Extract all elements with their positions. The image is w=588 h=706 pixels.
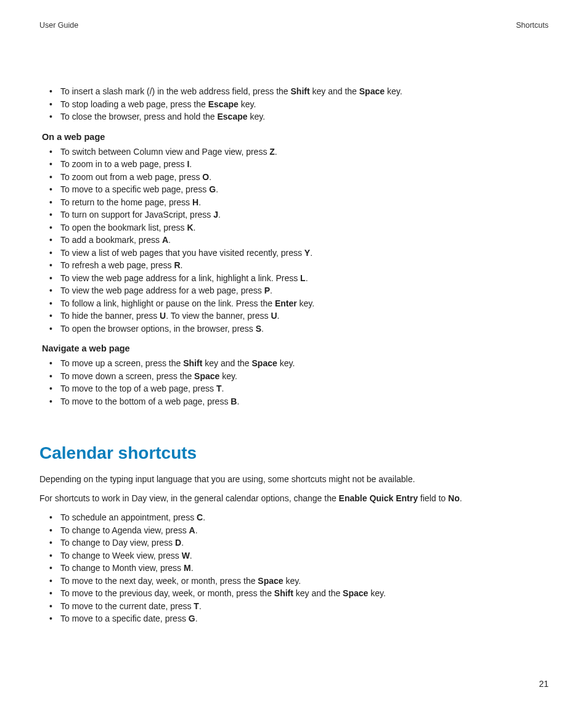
list-item: To switch between Column view and Page v… (60, 146, 549, 158)
list-item: To follow a link, highlight or pause on … (60, 297, 549, 310)
bold-key: Space (258, 576, 283, 586)
list-item: To return to the home page, press H. (60, 196, 549, 209)
list-item: To move up a screen, press the Shift key… (60, 357, 549, 370)
bold-key: K (187, 223, 193, 232)
calendar-para-2: For shortcuts to work in Day view, in th… (39, 492, 549, 505)
list-item: To view the web page address for a web p… (60, 284, 549, 297)
bold-key: C (197, 512, 203, 522)
navigate-list: To move up a screen, press the Shift key… (39, 357, 549, 408)
list-item: To change to Month view, press M. (60, 562, 549, 575)
bold-key: U (160, 311, 166, 321)
page-header: User Guide Shortcuts (39, 21, 549, 30)
bold-key: Enter (275, 298, 297, 308)
bold-key: S (256, 324, 261, 334)
bold-key: M (184, 563, 191, 573)
list-item: To move to the next day, week, or month,… (60, 575, 549, 588)
bold-key: Y (304, 248, 310, 258)
bold-key: No (448, 493, 460, 503)
bold-key: R (174, 260, 180, 270)
bold-key: Shift (274, 588, 293, 598)
bold-key: I (187, 159, 189, 169)
list-item: To move to the previous day, week, or mo… (60, 587, 549, 600)
list-item: To open the bookmark list, press K. (60, 221, 549, 234)
calendar-list: To schedule an appointment, press C. To … (39, 511, 549, 625)
bold-key: A (162, 235, 168, 245)
subhead-on-a-web-page: On a web page (42, 132, 549, 142)
list-item: To refresh a web page, press R. (60, 259, 549, 272)
list-item: To change to Day view, press D. (60, 536, 549, 549)
list-item: To move to a specific web page, press G. (60, 183, 549, 196)
list-item: To move to the current date, press T. (60, 600, 549, 613)
bold-key: Shift (291, 86, 310, 96)
bold-key: T (194, 601, 199, 611)
section-heading-calendar: Calendar shortcuts (39, 443, 549, 463)
bold-key: Space (194, 371, 219, 381)
intro-list: To insert a slash mark (/) in the web ad… (39, 85, 549, 123)
list-item: To open the browser options, in the brow… (60, 322, 549, 335)
list-item: To change to Week view, press W. (60, 549, 549, 562)
bold-key: Shift (183, 358, 202, 368)
bold-key: L (300, 273, 306, 283)
subhead-navigate: Navigate a web page (42, 343, 549, 353)
bold-key: O (202, 172, 209, 182)
bold-key: H (192, 197, 198, 207)
bold-key: Escape (208, 99, 239, 109)
bold-key: G (209, 184, 216, 194)
calendar-para-1: Depending on the typing input language t… (39, 473, 549, 486)
list-item: To view the web page address for a link,… (60, 272, 549, 285)
list-item: To turn on support for JavaScript, press… (60, 208, 549, 221)
bold-key: J (213, 210, 218, 220)
bold-key: Space (359, 86, 385, 96)
bold-key: Z (269, 147, 275, 157)
bold-key: B (231, 396, 237, 406)
list-item: To insert a slash mark (/) in the web ad… (60, 85, 549, 98)
list-item: To change to Agenda view, press A. (60, 524, 549, 537)
bold-key: Enable Quick Entry (339, 493, 418, 503)
bold-key: U (271, 311, 277, 321)
list-item: To view a list of web pages that you hav… (60, 247, 549, 260)
list-item: To hide the banner, press U. To view the… (60, 310, 549, 322)
header-right: Shortcuts (516, 21, 549, 30)
list-item: To move to a specific date, press G. (60, 612, 549, 625)
web-page-list: To switch between Column view and Page v… (39, 146, 549, 335)
bold-key: Space (343, 588, 368, 598)
list-item: To stop loading a web page, press the Es… (60, 98, 549, 111)
bold-key: D (175, 538, 181, 548)
bold-key: A (189, 525, 195, 535)
list-item: To zoom in to a web page, press I. (60, 158, 549, 171)
list-item: To zoom out from a web page, press O. (60, 171, 549, 184)
bold-key: W (182, 551, 190, 560)
bold-key: P (264, 285, 270, 295)
list-item: To move to the bottom of a web page, pre… (60, 395, 549, 408)
list-item: To schedule an appointment, press C. (60, 511, 549, 524)
bold-key: Escape (217, 112, 247, 121)
bold-key: G (189, 614, 195, 623)
page: User Guide Shortcuts To insert a slash m… (0, 0, 588, 706)
list-item: To move down a screen, press the Space k… (60, 370, 549, 383)
list-item: To add a bookmark, press A. (60, 234, 549, 247)
bold-key: Space (252, 358, 277, 368)
list-item: To close the browser, press and hold the… (60, 110, 549, 123)
header-left: User Guide (39, 21, 78, 30)
list-item: To move to the top of a web page, press … (60, 382, 549, 395)
page-number: 21 (539, 679, 549, 689)
bold-key: T (216, 384, 222, 393)
